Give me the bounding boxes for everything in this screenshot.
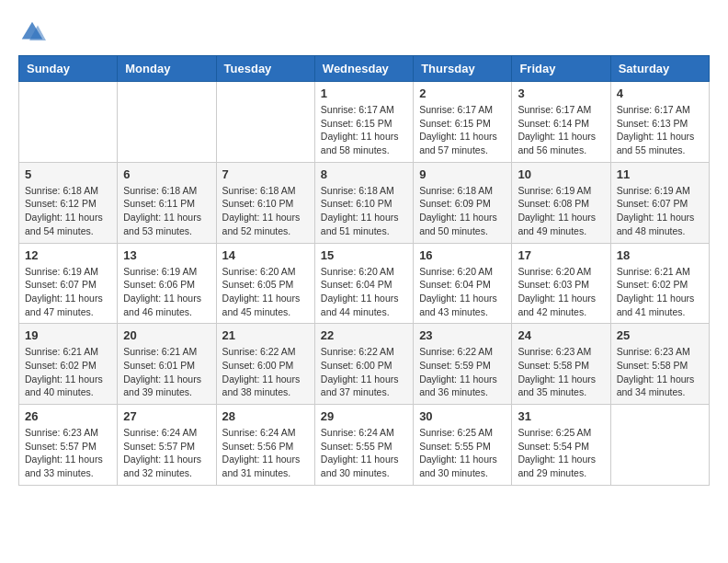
day-of-week-header: Friday: [512, 56, 610, 82]
day-number: 3: [518, 86, 604, 100]
day-number: 9: [419, 167, 506, 181]
day-info: Sunrise: 6:19 AM Sunset: 6:07 PM Dayligh…: [25, 265, 111, 319]
calendar-cell: 8Sunrise: 6:18 AM Sunset: 6:10 PM Daylig…: [314, 162, 413, 243]
day-number: 10: [518, 167, 604, 181]
day-number: 19: [25, 328, 111, 342]
day-info: Sunrise: 6:18 AM Sunset: 6:09 PM Dayligh…: [419, 184, 506, 238]
calendar-cell: 18Sunrise: 6:21 AM Sunset: 6:02 PM Dayli…: [610, 243, 709, 324]
calendar-cell: 13Sunrise: 6:19 AM Sunset: 6:06 PM Dayli…: [118, 243, 216, 324]
day-info: Sunrise: 6:21 AM Sunset: 6:02 PM Dayligh…: [617, 265, 703, 319]
calendar-cell: 27Sunrise: 6:24 AM Sunset: 5:57 PM Dayli…: [118, 405, 216, 486]
calendar-week-row: 26Sunrise: 6:23 AM Sunset: 5:57 PM Dayli…: [19, 405, 710, 486]
calendar-cell: 21Sunrise: 6:22 AM Sunset: 6:00 PM Dayli…: [216, 324, 314, 405]
day-info: Sunrise: 6:22 AM Sunset: 5:59 PM Dayligh…: [419, 345, 506, 399]
calendar-cell: 11Sunrise: 6:19 AM Sunset: 6:07 PM Dayli…: [610, 162, 709, 243]
day-number: 12: [25, 248, 111, 262]
calendar-cell: 23Sunrise: 6:22 AM Sunset: 5:59 PM Dayli…: [414, 324, 512, 405]
day-number: 21: [222, 328, 309, 342]
calendar-cell: [19, 82, 118, 163]
day-number: 20: [123, 328, 210, 342]
day-number: 31: [518, 409, 604, 423]
calendar-week-row: 12Sunrise: 6:19 AM Sunset: 6:07 PM Dayli…: [19, 243, 710, 324]
calendar-cell: [216, 82, 314, 163]
day-info: Sunrise: 6:17 AM Sunset: 6:15 PM Dayligh…: [321, 103, 407, 157]
day-info: Sunrise: 6:25 AM Sunset: 5:55 PM Dayligh…: [419, 426, 506, 480]
day-info: Sunrise: 6:18 AM Sunset: 6:12 PM Dayligh…: [25, 184, 111, 238]
calendar-cell: 3Sunrise: 6:17 AM Sunset: 6:14 PM Daylig…: [512, 82, 610, 163]
day-info: Sunrise: 6:19 AM Sunset: 6:06 PM Dayligh…: [123, 265, 210, 319]
day-number: 30: [419, 409, 506, 423]
day-of-week-header: Wednesday: [314, 56, 413, 82]
day-number: 5: [25, 167, 111, 181]
day-number: 24: [518, 328, 604, 342]
day-info: Sunrise: 6:19 AM Sunset: 6:08 PM Dayligh…: [518, 184, 604, 238]
day-number: 22: [321, 328, 407, 342]
logo-icon: [18, 18, 46, 46]
calendar-cell: [118, 82, 216, 163]
day-info: Sunrise: 6:21 AM Sunset: 6:01 PM Dayligh…: [123, 345, 210, 399]
calendar-cell: 31Sunrise: 6:25 AM Sunset: 5:54 PM Dayli…: [512, 405, 610, 486]
day-number: 11: [617, 167, 703, 181]
calendar-cell: 25Sunrise: 6:23 AM Sunset: 5:58 PM Dayli…: [610, 324, 709, 405]
calendar-week-row: 1Sunrise: 6:17 AM Sunset: 6:15 PM Daylig…: [19, 82, 710, 163]
calendar-cell: [610, 405, 709, 486]
day-number: 28: [222, 409, 309, 423]
calendar-cell: 19Sunrise: 6:21 AM Sunset: 6:02 PM Dayli…: [19, 324, 118, 405]
day-number: 2: [419, 86, 506, 100]
day-number: 4: [617, 86, 703, 100]
day-of-week-header: Saturday: [610, 56, 709, 82]
calendar-table: SundayMondayTuesdayWednesdayThursdayFrid…: [18, 55, 710, 486]
calendar-cell: 1Sunrise: 6:17 AM Sunset: 6:15 PM Daylig…: [314, 82, 413, 163]
day-number: 15: [321, 248, 407, 262]
day-info: Sunrise: 6:18 AM Sunset: 6:10 PM Dayligh…: [321, 184, 407, 238]
day-info: Sunrise: 6:24 AM Sunset: 5:57 PM Dayligh…: [123, 426, 210, 480]
day-number: 13: [123, 248, 210, 262]
day-info: Sunrise: 6:25 AM Sunset: 5:54 PM Dayligh…: [518, 426, 604, 480]
day-info: Sunrise: 6:17 AM Sunset: 6:13 PM Dayligh…: [617, 103, 703, 157]
day-number: 16: [419, 248, 506, 262]
calendar-cell: 28Sunrise: 6:24 AM Sunset: 5:56 PM Dayli…: [216, 405, 314, 486]
day-info: Sunrise: 6:18 AM Sunset: 6:11 PM Dayligh…: [123, 184, 210, 238]
calendar-cell: 17Sunrise: 6:20 AM Sunset: 6:03 PM Dayli…: [512, 243, 610, 324]
day-of-week-header: Tuesday: [216, 56, 314, 82]
calendar-cell: 30Sunrise: 6:25 AM Sunset: 5:55 PM Dayli…: [414, 405, 512, 486]
day-number: 7: [222, 167, 309, 181]
calendar-cell: 2Sunrise: 6:17 AM Sunset: 6:15 PM Daylig…: [414, 82, 512, 163]
day-info: Sunrise: 6:24 AM Sunset: 5:55 PM Dayligh…: [321, 426, 407, 480]
calendar-cell: 4Sunrise: 6:17 AM Sunset: 6:13 PM Daylig…: [610, 82, 709, 163]
day-number: 17: [518, 248, 604, 262]
day-info: Sunrise: 6:21 AM Sunset: 6:02 PM Dayligh…: [25, 345, 111, 399]
calendar-cell: 24Sunrise: 6:23 AM Sunset: 5:58 PM Dayli…: [512, 324, 610, 405]
calendar-cell: 6Sunrise: 6:18 AM Sunset: 6:11 PM Daylig…: [118, 162, 216, 243]
day-info: Sunrise: 6:20 AM Sunset: 6:04 PM Dayligh…: [419, 265, 506, 319]
calendar-cell: 26Sunrise: 6:23 AM Sunset: 5:57 PM Dayli…: [19, 405, 118, 486]
day-of-week-header: Sunday: [19, 56, 118, 82]
day-info: Sunrise: 6:19 AM Sunset: 6:07 PM Dayligh…: [617, 184, 703, 238]
calendar-cell: 7Sunrise: 6:18 AM Sunset: 6:10 PM Daylig…: [216, 162, 314, 243]
day-info: Sunrise: 6:22 AM Sunset: 6:00 PM Dayligh…: [222, 345, 309, 399]
day-info: Sunrise: 6:23 AM Sunset: 5:57 PM Dayligh…: [25, 426, 111, 480]
calendar-week-row: 19Sunrise: 6:21 AM Sunset: 6:02 PM Dayli…: [19, 324, 710, 405]
calendar-cell: 20Sunrise: 6:21 AM Sunset: 6:01 PM Dayli…: [118, 324, 216, 405]
calendar-cell: 16Sunrise: 6:20 AM Sunset: 6:04 PM Dayli…: [414, 243, 512, 324]
day-info: Sunrise: 6:20 AM Sunset: 6:05 PM Dayligh…: [222, 265, 309, 319]
day-number: 29: [321, 409, 407, 423]
day-number: 23: [419, 328, 506, 342]
calendar-cell: 15Sunrise: 6:20 AM Sunset: 6:04 PM Dayli…: [314, 243, 413, 324]
day-info: Sunrise: 6:17 AM Sunset: 6:15 PM Dayligh…: [419, 103, 506, 157]
day-info: Sunrise: 6:23 AM Sunset: 5:58 PM Dayligh…: [518, 345, 604, 399]
day-number: 8: [321, 167, 407, 181]
day-info: Sunrise: 6:17 AM Sunset: 6:14 PM Dayligh…: [518, 103, 604, 157]
day-number: 6: [123, 167, 210, 181]
calendar-cell: 10Sunrise: 6:19 AM Sunset: 6:08 PM Dayli…: [512, 162, 610, 243]
day-info: Sunrise: 6:20 AM Sunset: 6:04 PM Dayligh…: [321, 265, 407, 319]
day-number: 14: [222, 248, 309, 262]
calendar-header-row: SundayMondayTuesdayWednesdayThursdayFrid…: [19, 56, 710, 82]
day-number: 25: [617, 328, 703, 342]
day-number: 18: [617, 248, 703, 262]
day-info: Sunrise: 6:18 AM Sunset: 6:10 PM Dayligh…: [222, 184, 309, 238]
day-number: 1: [321, 86, 407, 100]
calendar-cell: 22Sunrise: 6:22 AM Sunset: 6:00 PM Dayli…: [314, 324, 413, 405]
calendar-cell: 5Sunrise: 6:18 AM Sunset: 6:12 PM Daylig…: [19, 162, 118, 243]
day-of-week-header: Monday: [118, 56, 216, 82]
